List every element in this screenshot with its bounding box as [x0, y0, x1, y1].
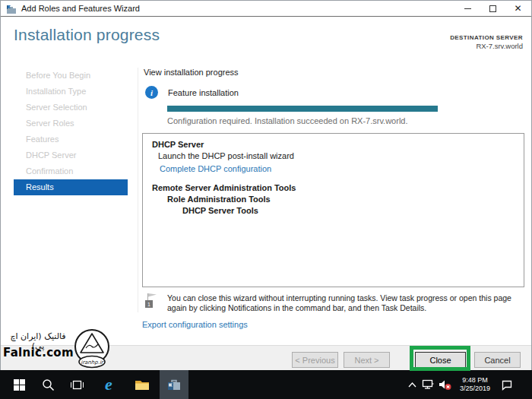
tree-item-launch-the-dhcp-post-install-wizard: Launch the DHCP post-install wizard: [158, 150, 524, 162]
wizard-steps: Before You BeginInstallation TypeServer …: [1, 68, 138, 312]
sidebar-item-dhcp-server: DHCP Server: [1, 147, 138, 163]
wizard-content: View installation progress i Feature ins…: [142, 66, 524, 345]
close-window-button[interactable]: ✕: [505, 1, 530, 16]
results-tree: DHCP ServerLaunch the DHCP post-install …: [142, 133, 524, 287]
server-manager-wizard-icon: [6, 4, 17, 13]
sidebar-item-confirmation: Confirmation: [1, 163, 138, 179]
wizard-header: Installation progress DESTINATION SERVER…: [1, 17, 531, 62]
tree-item-role-administration-tools: Role Administration Tools: [167, 194, 524, 205]
action-center-button[interactable]: [497, 370, 517, 399]
clock-date: 3/25/2019: [460, 385, 490, 393]
installation-status-text: Configuration required. Installation suc…: [167, 116, 408, 125]
notification-badge: 1: [145, 300, 153, 308]
sidebar-item-server-roles: Server Roles: [1, 116, 138, 131]
chevron-up-icon: [408, 382, 416, 388]
title-bar: Add Roles and Features Wizard ✕: [1, 1, 531, 17]
tree-item-dhcp-server-tools: DHCP Server Tools: [182, 205, 524, 217]
internet-explorer-icon: e: [105, 377, 112, 392]
show-hidden-icons-button[interactable]: [405, 370, 419, 399]
export-configuration-link[interactable]: Export configuration settings: [142, 320, 248, 329]
sidebar-item-before-you-begin: Before You Begin: [1, 68, 138, 84]
task-view-button[interactable]: [64, 370, 90, 399]
network-icon: [422, 379, 434, 390]
watermark-stamp-logo: iranhp.ir: [70, 328, 114, 373]
volume-muted-icon: [439, 379, 452, 391]
notification-flag-icon: 1: [145, 293, 160, 310]
watermark-site-text: Falnic.com: [3, 346, 74, 359]
restore-button[interactable]: [480, 1, 505, 16]
search-button[interactable]: [35, 370, 61, 399]
sidebar-item-features: Features: [1, 131, 138, 147]
file-explorer-icon: [135, 378, 150, 391]
cancel-button[interactable]: Cancel: [474, 352, 521, 368]
start-button[interactable]: [6, 370, 32, 399]
sidebar-item-results[interactable]: Results: [14, 179, 128, 195]
feature-installation-label: Feature installation: [168, 88, 239, 97]
windows-logo-icon: [14, 379, 25, 391]
task-view-icon: [71, 379, 84, 391]
complete-dhcp-configuration-link[interactable]: Complete DHCP configuration: [160, 163, 524, 175]
taskbar-clock[interactable]: 9:48 PM 3/25/2019: [454, 370, 496, 399]
close-wizard-note: You can close this wizard without interr…: [167, 293, 523, 313]
server-manager-icon: [166, 378, 182, 391]
volume-tray-icon[interactable]: [436, 370, 454, 399]
tree-item-remote-server-administration-tools: Remote Server Administration Tools: [152, 182, 524, 194]
page-title: Installation progress: [14, 26, 160, 44]
tree-item-dhcp-server: DHCP Server: [152, 139, 524, 150]
sidebar-item-installation-type: Installation Type: [1, 84, 138, 100]
search-icon: [42, 378, 55, 391]
installation-progress-bar: [167, 106, 438, 112]
destination-server-name: RX-7.srv.world: [450, 42, 523, 50]
network-tray-icon[interactable]: [420, 370, 436, 399]
window-title: Add Roles and Features Wizard: [21, 4, 140, 13]
destination-server-block: DESTINATION SERVER RX-7.srv.world: [450, 33, 523, 50]
previous-button[interactable]: < Previous: [292, 352, 338, 368]
taskbar: e 9:: [0, 370, 532, 399]
clock-time: 9:48 PM: [460, 376, 490, 385]
view-progress-label: View installation progress: [144, 68, 239, 77]
stamp-text: iranhp.ir: [81, 359, 104, 366]
minimize-button[interactable]: [455, 1, 480, 16]
file-explorer-button[interactable]: [128, 370, 157, 399]
server-manager-button[interactable]: [160, 370, 188, 399]
info-icon: i: [145, 86, 158, 99]
task-note-row: 1 You can close this wizard without inte…: [145, 293, 524, 313]
internet-explorer-button[interactable]: e: [94, 370, 123, 399]
close-button[interactable]: Close: [415, 352, 466, 368]
watermark: فالنیک (ایران اچ پی) Falnic.com iranhp.i…: [0, 327, 125, 371]
feature-installation-row: i Feature installation: [145, 86, 239, 99]
next-button[interactable]: Next >: [344, 352, 390, 368]
action-center-icon: [501, 379, 513, 391]
destination-server-label: DESTINATION SERVER: [450, 33, 523, 42]
wizard-window: Add Roles and Features Wizard ✕ Installa…: [0, 0, 532, 370]
sidebar-item-server-selection: Server Selection: [1, 100, 138, 116]
